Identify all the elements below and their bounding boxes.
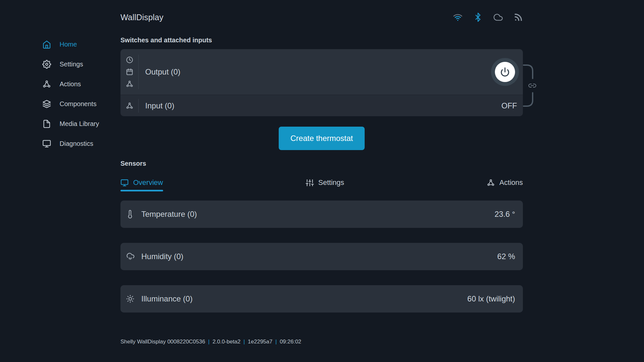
app-root: Home Settings Actions Components Media L… [0, 0, 644, 362]
sidebar-item-diagnostics[interactable]: Diagnostics [0, 134, 107, 154]
cloud-icon[interactable] [494, 13, 503, 22]
sensor-value: 23.6 ° [495, 210, 515, 219]
page-title: WallDisplay [120, 13, 163, 22]
footer-device: Shelly WallDisplay 0008220C0536 [120, 339, 205, 345]
sensor-value: 60 lx (twilight) [467, 294, 515, 303]
sensor-label: Temperature (0) [141, 210, 197, 219]
divider [138, 55, 139, 89]
actions-icon [487, 179, 495, 187]
broadcast-icon[interactable] [514, 13, 523, 22]
tab-actions[interactable]: Actions [487, 178, 523, 191]
create-thermostat-button[interactable]: Create thermostat [279, 127, 365, 150]
sidebar-item-label: Settings [60, 61, 83, 68]
sensor-row-illuminance[interactable]: Illuminance (0) 60 lx (twilight) [120, 285, 523, 313]
sidebar-item-label: Diagnostics [60, 140, 93, 147]
link-bracket [523, 64, 535, 107]
clock-icon [126, 56, 133, 64]
sensor-row-humidity[interactable]: Humidity (0) 62 % [120, 243, 523, 270]
sensor-label: Humidity (0) [141, 252, 183, 261]
power-icon [495, 62, 515, 82]
output-label: Output (0) [145, 67, 180, 77]
sidebar-item-media-library[interactable]: Media Library [0, 114, 107, 134]
input-icon-column [120, 102, 138, 110]
gear-icon [42, 60, 51, 69]
sidebar-item-label: Media Library [60, 120, 99, 128]
thermometer-icon [120, 210, 140, 218]
tab-overview[interactable]: Overview [120, 178, 163, 191]
footer-separator: | [275, 339, 277, 345]
input-state: OFF [501, 101, 517, 110]
switch-card: Output (0) Input (0) OFF [120, 49, 523, 116]
layers-icon [42, 100, 51, 108]
sensor-value: 62 % [497, 252, 515, 261]
tab-settings[interactable]: Settings [306, 178, 344, 191]
sidebar-item-label: Components [60, 100, 96, 108]
topbar: WallDisplay [120, 12, 523, 23]
sidebar-item-settings[interactable]: Settings [0, 54, 107, 74]
status-icons [453, 13, 523, 22]
sliders-icon [306, 179, 314, 187]
sensors-heading: Sensors [120, 160, 523, 167]
divider [138, 99, 139, 113]
tab-label: Overview [133, 178, 163, 187]
home-icon [42, 40, 51, 49]
actions-icon [42, 80, 51, 89]
sidebar-item-label: Actions [60, 80, 81, 88]
sidebar: Home Settings Actions Components Media L… [0, 0, 107, 362]
footer-separator: | [208, 339, 209, 345]
sun-icon [120, 295, 140, 303]
bluetooth-icon[interactable] [473, 13, 483, 22]
sensor-row-temperature[interactable]: Temperature (0) 23.6 ° [120, 201, 523, 228]
sidebar-item-label: Home [60, 41, 77, 48]
tab-label: Settings [318, 178, 344, 187]
sidebar-item-components[interactable]: Components [0, 94, 107, 114]
sensor-label: Illuminance (0) [141, 294, 192, 303]
monitor-icon [120, 179, 129, 187]
output-icon-column [120, 56, 138, 88]
file-icon [42, 119, 51, 128]
wifi-icon[interactable] [453, 13, 462, 22]
sensor-tabs: Overview Settings Actions [120, 178, 523, 191]
actions-icon [126, 102, 133, 110]
actions-icon [126, 80, 133, 88]
power-button[interactable] [491, 58, 519, 86]
footer-time: 09:26:02 [280, 339, 301, 345]
footer-separator: | [244, 339, 245, 345]
footer-version: 2.0.0-beta2 [213, 339, 241, 345]
monitor-icon [42, 139, 51, 148]
main-content: WallDisplay [107, 0, 644, 362]
input-row[interactable]: Input (0) OFF [120, 95, 523, 116]
footer-version-bar: Shelly WallDisplay 0008220C0536|2.0.0-be… [120, 339, 523, 345]
humidity-icon [120, 252, 140, 261]
calendar-icon [126, 68, 133, 76]
output-row[interactable]: Output (0) [120, 49, 523, 95]
footer-build: 1e2295a7 [248, 339, 273, 345]
switches-heading: Switches and attached inputs [120, 36, 523, 44]
tab-label: Actions [499, 178, 523, 187]
sidebar-item-home[interactable]: Home [0, 35, 107, 54]
link-icon [528, 82, 536, 90]
input-label: Input (0) [145, 101, 174, 110]
sidebar-item-actions[interactable]: Actions [0, 74, 107, 94]
